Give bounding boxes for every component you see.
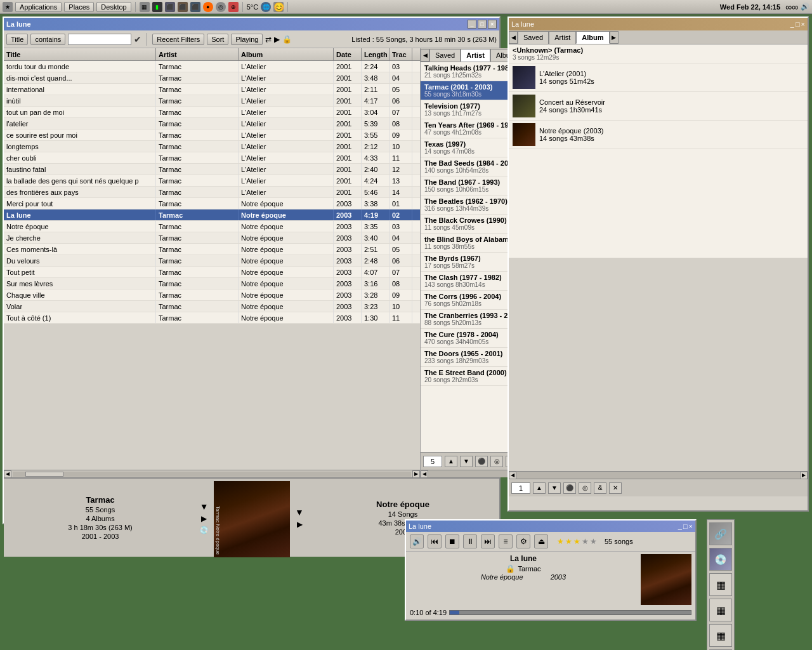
mini-maximize[interactable]: □ xyxy=(683,522,688,530)
mini-minimize[interactable]: _ xyxy=(678,522,682,530)
second-tab-artist[interactable]: Artist xyxy=(549,31,576,44)
col-artist[interactable]: Artist xyxy=(156,48,239,60)
cd-icon[interactable]: 💿 xyxy=(199,526,209,534)
second-tab-prev[interactable]: ◀ xyxy=(509,31,518,44)
table-row[interactable]: dis-moi c'est quand... Tarmac L'Atelier … xyxy=(4,72,420,84)
progress-bar[interactable] xyxy=(449,610,691,615)
second-tab-next[interactable]: ▶ xyxy=(610,31,619,44)
table-row[interactable]: la ballade des gens qui sont nés quelque… xyxy=(4,175,420,187)
desktop-menu[interactable]: Desktop xyxy=(96,2,131,12)
second-down-btn[interactable]: ▼ xyxy=(548,482,561,494)
filter-album-icon[interactable]: ▼ xyxy=(295,507,304,517)
col-album[interactable]: Album xyxy=(239,48,334,60)
icon-btn1[interactable]: 🔗 xyxy=(709,522,732,545)
star3[interactable]: ★ xyxy=(573,537,580,546)
play-artist-btn[interactable]: ▶ xyxy=(201,514,207,523)
star4[interactable]: ★ xyxy=(582,537,589,546)
star2[interactable]: ★ xyxy=(565,537,572,546)
table-row[interactable]: Tout petit Tarmac Notre époque 2003 4:07… xyxy=(4,267,420,278)
table-row[interactable]: Du velours Tarmac Notre époque 2003 2:48… xyxy=(4,255,420,267)
second-action3[interactable]: & xyxy=(594,482,606,494)
table-row[interactable]: Volar Tarmac Notre époque 2003 3:23 10 xyxy=(4,301,420,312)
second-minimize[interactable]: _ xyxy=(790,20,794,28)
table-row[interactable]: tout un pan de moi Tarmac L'Atelier 2001… xyxy=(4,107,420,118)
artist-action1[interactable]: ⚫ xyxy=(475,456,488,467)
table-row[interactable]: inùtil Tarmac L'Atelier 2001 4:17 06 xyxy=(4,95,420,107)
second-up-btn[interactable]: ▲ xyxy=(533,482,546,494)
artist-action2[interactable]: ◎ xyxy=(490,456,503,467)
minimize-button[interactable]: _ xyxy=(468,20,476,29)
h-scroll-track[interactable] xyxy=(13,472,411,477)
star1[interactable]: ★ xyxy=(557,537,564,546)
second-h-scroll[interactable]: ◀ ▶ xyxy=(509,471,808,479)
volume-btn[interactable]: 🔊 xyxy=(410,534,424,548)
sec-scroll-track[interactable] xyxy=(516,472,800,479)
pause-btn[interactable]: ⏸ xyxy=(463,534,477,548)
tab-saved[interactable]: Saved xyxy=(429,49,461,62)
h-scroll-thumb[interactable] xyxy=(25,472,63,477)
filter-icon[interactable]: ▼ xyxy=(200,501,209,512)
list-item[interactable]: L'Atelier (2001) 14 songs 51m42s xyxy=(509,63,808,92)
stop-btn[interactable]: ⏹ xyxy=(445,534,459,548)
artist-num-input[interactable] xyxy=(423,456,442,467)
close-button[interactable]: × xyxy=(488,20,497,29)
second-action2[interactable]: ◎ xyxy=(579,482,591,494)
art-scroll-left[interactable]: ◀ xyxy=(421,470,428,478)
settings-btn[interactable]: ⚙ xyxy=(516,534,530,548)
table-row[interactable]: international Tarmac L'Atelier 2001 2:11… xyxy=(4,84,420,95)
applications-menu[interactable]: Applications xyxy=(15,2,62,12)
prev-btn[interactable]: ⏮ xyxy=(428,534,442,548)
song-table-body[interactable]: tordu tour du monde Tarmac L'Atelier 200… xyxy=(4,61,420,470)
table-row[interactable]: des frontières aux pays Tarmac L'Atelier… xyxy=(4,187,420,198)
mini-close[interactable]: × xyxy=(689,522,693,530)
artist-down-btn[interactable]: ▼ xyxy=(460,456,473,467)
sort-btn[interactable]: Sort xyxy=(207,34,228,45)
second-action4[interactable]: ✕ xyxy=(609,482,622,494)
table-row[interactable]: ce sourire est pour moi Tarmac L'Atelier… xyxy=(4,129,420,141)
maximize-button[interactable]: □ xyxy=(478,20,487,29)
table-row[interactable]: Tout à côté (1) Tarmac Notre époque 2003… xyxy=(4,312,420,324)
scroll-left-btn[interactable]: ◀ xyxy=(4,470,11,478)
recent-filters-btn[interactable]: Recent Filters xyxy=(152,34,204,45)
col-date[interactable]: Date xyxy=(334,48,362,60)
places-menu[interactable]: Places xyxy=(64,2,94,12)
table-row[interactable]: Merci pour tout Tarmac Notre époque 2003… xyxy=(4,198,420,209)
icon-btn3[interactable]: ▦ xyxy=(709,573,732,596)
table-row[interactable]: tordu tour du monde Tarmac L'Atelier 200… xyxy=(4,61,420,72)
tab-artist[interactable]: Artist xyxy=(461,49,490,62)
second-action1[interactable]: ⚫ xyxy=(563,482,576,494)
list-item[interactable]: <Unknown> (Tarmac) 3 songs 12m29s xyxy=(509,44,808,63)
search-input[interactable] xyxy=(68,34,131,45)
table-row[interactable]: l'atelier Tarmac L'Atelier 2001 5:39 08 xyxy=(4,118,420,129)
second-num-input[interactable] xyxy=(511,482,530,494)
table-row[interactable]: Notre époque Tarmac Notre époque 2003 3:… xyxy=(4,221,420,232)
table-row[interactable]: Sur mes lèvres Tarmac Notre époque 2003 … xyxy=(4,278,420,289)
list-item[interactable]: Notre époque (2003) 14 songs 43m38s xyxy=(509,121,808,149)
col-length[interactable]: Length xyxy=(362,48,390,60)
title-filter-btn[interactable]: Title xyxy=(6,34,28,45)
table-row[interactable]: Chaque ville Tarmac Notre époque 2003 3:… xyxy=(4,289,420,301)
table-row[interactable]: cher oubli Tarmac L'Atelier 2001 4:33 11 xyxy=(4,152,420,164)
icon-btn4[interactable]: ▦ xyxy=(709,599,732,621)
playing-btn[interactable]: Playing xyxy=(231,34,263,45)
col-title[interactable]: Title xyxy=(4,48,156,60)
play-album-btn[interactable]: ▶ xyxy=(297,520,303,529)
star5[interactable]: ★ xyxy=(590,537,597,546)
table-row[interactable]: Ces moments-là Tarmac Notre époque 2003 … xyxy=(4,244,420,255)
second-tab-saved[interactable]: Saved xyxy=(518,31,549,44)
table-row[interactable]: Je cherche Tarmac Notre époque 2003 3:40… xyxy=(4,232,420,244)
col-track[interactable]: Trac xyxy=(390,48,412,60)
h-scrollbar[interactable]: ◀ ▶ xyxy=(4,470,420,477)
quit-btn[interactable]: ⏏ xyxy=(534,534,548,548)
album-detail-list[interactable]: <Unknown> (Tarmac) 3 songs 12m29s L'Atel… xyxy=(509,44,808,258)
second-tab-album[interactable]: Album xyxy=(576,31,609,44)
table-row[interactable]: longtemps Tarmac L'Atelier 2001 2:12 10 xyxy=(4,141,420,152)
second-close[interactable]: × xyxy=(801,20,805,28)
next-btn[interactable]: ⏭ xyxy=(481,534,495,548)
list-item[interactable]: Concert au Réservoir 24 songs 1h30m41s xyxy=(509,92,808,121)
scroll-right-btn[interactable]: ▶ xyxy=(412,470,420,478)
icon-btn2[interactable]: 💿 xyxy=(709,548,732,571)
table-row[interactable]: La lune Tarmac Notre époque 2003 4:19 02 xyxy=(4,209,420,221)
tab-prev-arrow[interactable]: ◀ xyxy=(421,49,429,62)
playlist-btn[interactable]: ≡ xyxy=(499,534,513,548)
